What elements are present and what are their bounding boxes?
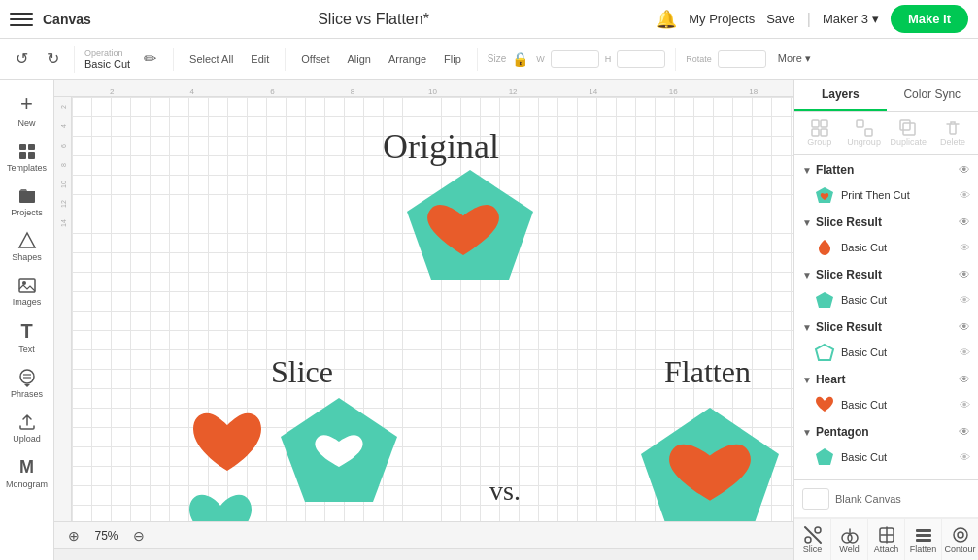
original-text: Original	[383, 126, 499, 167]
layer-name-heart: Basic Cut	[841, 399, 954, 411]
sidebar-item-shapes[interactable]: Shapes	[3, 225, 51, 268]
group-button[interactable]: Group	[798, 115, 841, 150]
left-sidebar: + New Templates Projects Shapes Images	[0, 80, 54, 560]
select-all-button[interactable]: Select All	[184, 46, 239, 73]
chevron-pentagon: ▼	[802, 427, 812, 438]
list-item[interactable]: Basic Cut 👁	[794, 390, 978, 419]
attach-tool[interactable]: Attach	[868, 519, 905, 560]
zoom-out-icon[interactable]: ⊖	[129, 526, 149, 545]
more-button[interactable]: More ▾	[772, 46, 817, 73]
sep3	[477, 48, 478, 71]
eye-item-slice-3[interactable]: 👁	[960, 346, 970, 358]
monogram-icon: M	[19, 457, 34, 478]
duplicate-button[interactable]: Duplicate	[888, 115, 930, 150]
ungroup-button[interactable]: Ungroup	[843, 115, 886, 150]
list-item[interactable]: Basic Cut 👁	[794, 443, 978, 472]
layer-group-slice-1-header[interactable]: ▼ Slice Result 👁	[794, 212, 978, 233]
sidebar-item-images-label: Images	[13, 297, 42, 307]
list-item[interactable]: Basic Cut 👁	[794, 285, 978, 314]
list-item[interactable]: Basic Cut 👁	[794, 338, 978, 367]
svg-rect-13	[812, 120, 819, 127]
panel-bottom: Blank Canvas	[794, 479, 978, 517]
thumb-slice-3	[814, 342, 835, 363]
h-scrollbar[interactable]	[54, 548, 793, 560]
layer-group-pentagon-header[interactable]: ▼ Pentagon 👁	[794, 421, 978, 443]
flip-button[interactable]: Flip	[438, 46, 467, 73]
eye-slice-3[interactable]: 👁	[959, 320, 970, 334]
make-it-button[interactable]: Make It	[891, 5, 968, 33]
eye-slice-2[interactable]: 👁	[959, 268, 970, 281]
redo-button[interactable]: ↻	[39, 46, 66, 73]
edit-button[interactable]: Edit	[245, 46, 275, 73]
zoom-in-icon[interactable]: ⊕	[64, 526, 84, 545]
rotate-label: Rotate	[686, 54, 712, 64]
delete-button[interactable]: Delete	[931, 115, 974, 150]
ruler-top: 2 4 6 8 10 12 14 16 18	[54, 80, 793, 97]
offset-button[interactable]: Offset	[295, 46, 335, 73]
thumb-pentagon	[814, 446, 835, 468]
flatten-tool[interactable]: Flatten	[905, 519, 942, 560]
canvas-content[interactable]: Original Slice	[72, 97, 793, 521]
svg-rect-3	[28, 152, 35, 159]
eye-item-slice-2[interactable]: 👁	[960, 294, 970, 306]
svg-point-6	[22, 281, 26, 285]
sidebar-item-phrases[interactable]: Phrases	[3, 362, 51, 405]
svg-rect-31	[916, 529, 931, 532]
height-input[interactable]	[617, 50, 665, 68]
slice-tool[interactable]: Slice	[794, 519, 831, 560]
eye-item-heart[interactable]: 👁	[960, 399, 970, 411]
eye-item-slice-1[interactable]: 👁	[960, 242, 970, 253]
layer-group-flatten-header[interactable]: ▼ Flatten 👁	[794, 159, 978, 181]
blank-canvas-swatch[interactable]	[802, 488, 829, 510]
eye-flatten[interactable]: 👁	[959, 163, 970, 177]
weld-tool-label: Weld	[839, 544, 859, 554]
eye-item-print-then-cut[interactable]: 👁	[960, 189, 970, 201]
layer-name-slice-1: Basic Cut	[841, 242, 954, 253]
sidebar-item-projects[interactable]: Projects	[3, 181, 51, 223]
arrange-button[interactable]: Arrange	[383, 46, 432, 73]
flatten-text: Flatten	[664, 354, 751, 390]
contour-tool[interactable]: Contour	[942, 519, 978, 560]
sidebar-item-monogram[interactable]: M Monogram	[3, 451, 51, 495]
save-button[interactable]: Save	[766, 12, 795, 26]
svg-rect-14	[821, 120, 827, 127]
width-input[interactable]	[551, 50, 599, 68]
hamburger-menu[interactable]	[10, 8, 33, 31]
layer-group-slice-2-header[interactable]: ▼ Slice Result 👁	[794, 264, 978, 285]
svg-marker-23	[816, 345, 833, 360]
eye-item-pentagon[interactable]: 👁	[960, 451, 970, 463]
undo-button[interactable]: ↺	[8, 46, 35, 73]
sidebar-item-shapes-label: Shapes	[12, 252, 42, 262]
weld-tool[interactable]: Weld	[831, 519, 868, 560]
sidebar-item-new[interactable]: + New	[3, 85, 51, 134]
eye-heart[interactable]: 👁	[959, 373, 970, 386]
operation-selector[interactable]: Operation Basic Cut	[84, 49, 130, 70]
thumb-slice-2	[814, 289, 835, 311]
canvas-wrapper: 2 4 6 8 10 12 14 Original	[54, 97, 793, 521]
sidebar-item-templates[interactable]: Templates	[3, 136, 51, 179]
eye-pentagon[interactable]: 👁	[959, 425, 970, 439]
svg-rect-5	[19, 279, 35, 292]
sidebar-item-images[interactable]: Images	[3, 270, 51, 313]
sep2	[285, 48, 286, 71]
tab-color-sync[interactable]: Color Sync	[887, 80, 979, 111]
maker-selector[interactable]: Maker 3 ▾	[823, 12, 879, 26]
list-item[interactable]: Basic Cut 👁	[794, 233, 978, 262]
rotate-input[interactable]	[718, 50, 766, 68]
layer-group-slice-3-header[interactable]: ▼ Slice Result 👁	[794, 316, 978, 338]
edit-pen-button[interactable]: ✏	[136, 46, 163, 73]
svg-rect-19	[903, 123, 915, 135]
my-projects-link[interactable]: My Projects	[689, 12, 755, 26]
sidebar-item-text[interactable]: T Text	[3, 314, 51, 360]
list-item[interactable]: Print Then Cut 👁	[794, 181, 978, 210]
sidebar-item-upload[interactable]: Upload	[3, 407, 51, 449]
tab-layers[interactable]: Layers	[794, 80, 887, 111]
original-shape	[402, 165, 538, 291]
templates-icon	[17, 142, 37, 161]
eye-slice-1[interactable]: 👁	[959, 215, 970, 229]
bell-icon[interactable]: 🔔	[656, 9, 677, 30]
layer-group-heart-header[interactable]: ▼ Heart 👁	[794, 369, 978, 390]
sidebar-item-projects-label: Projects	[11, 208, 43, 217]
align-button[interactable]: Align	[341, 46, 376, 73]
panel-tabs: Layers Color Sync	[794, 80, 978, 112]
